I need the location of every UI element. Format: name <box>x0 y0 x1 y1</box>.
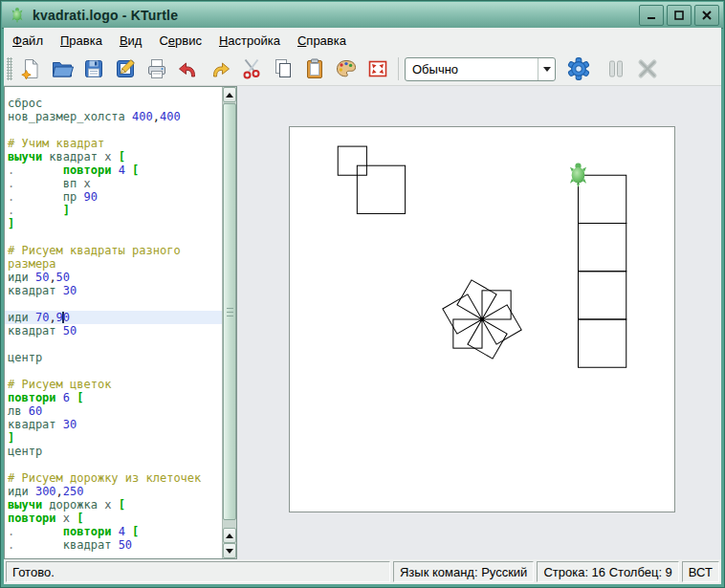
code-line[interactable]: . повтори 4 [ <box>5 525 222 538</box>
copy-button[interactable] <box>270 55 297 82</box>
code-line[interactable] <box>5 338 222 351</box>
code-line[interactable]: повтори 6 [ <box>5 391 222 404</box>
menu-item-2[interactable]: Вид <box>111 31 151 51</box>
code-line[interactable]: иди 50,50 <box>5 271 222 284</box>
flower-petal <box>468 319 507 359</box>
flower-center-dot <box>480 317 484 321</box>
code-line[interactable]: иди 300,250 <box>5 485 222 498</box>
colors-button[interactable] <box>333 55 360 82</box>
run-button[interactable] <box>565 55 592 82</box>
run-gear-icon <box>566 56 591 81</box>
menu-item-4[interactable]: Настройка <box>210 31 289 51</box>
cut-icon <box>240 57 263 80</box>
save-as-icon <box>114 57 137 80</box>
code-line[interactable]: иди 70,90 <box>5 311 222 324</box>
code-line[interactable]: ] <box>5 217 222 230</box>
open-folder-button[interactable] <box>49 55 76 82</box>
toolbar-separator <box>398 57 399 80</box>
code-editor[interactable]: сброснов_размер_холста 400,400 # Учим кв… <box>4 86 237 559</box>
code-line[interactable] <box>5 230 222 244</box>
redo-icon <box>209 57 231 80</box>
code-area[interactable]: сброснов_размер_холста 400,400 # Учим кв… <box>5 87 222 558</box>
arrow-up-icon <box>226 530 233 538</box>
status-message: Готово. <box>6 561 390 582</box>
code-line[interactable] <box>5 123 222 137</box>
status-cursor-position: Строка: 16 Столбец: 9 <box>537 561 678 582</box>
title-bar[interactable]: kvadrati.logo - KTurtle <box>2 2 723 29</box>
chevron-down-icon <box>538 58 555 80</box>
stop-button[interactable] <box>634 55 661 82</box>
redo-button[interactable] <box>207 55 233 82</box>
menu-item-3[interactable]: Сервис <box>150 31 210 51</box>
save-button[interactable] <box>80 55 107 82</box>
arrow-down-icon <box>226 549 233 557</box>
code-line[interactable]: квадрат 30 <box>5 284 222 297</box>
minimize-icon <box>646 10 657 21</box>
scroll-down-button[interactable] <box>223 543 236 558</box>
undo-button[interactable] <box>175 55 202 82</box>
square-shape <box>338 146 366 175</box>
save-icon <box>82 57 105 80</box>
arrow-up-icon <box>226 89 233 98</box>
code-line[interactable]: выучи дорожка x [ <box>5 498 222 512</box>
code-line[interactable]: выучи квадрат x [ <box>5 150 222 163</box>
code-line[interactable]: # Рисуем дорожку из клеточек <box>5 471 222 485</box>
flower-petal <box>443 294 482 334</box>
maximize-icon <box>673 10 685 21</box>
square-shape <box>357 165 405 213</box>
code-line[interactable]: повтори x [ <box>5 512 222 525</box>
code-line[interactable]: # Рисуем цветок <box>5 378 222 391</box>
square-shape <box>579 224 626 272</box>
new-document-button[interactable] <box>17 55 44 82</box>
code-line[interactable] <box>5 297 222 311</box>
code-line[interactable]: # Учим квадрат <box>5 137 222 150</box>
code-line[interactable]: . вп x <box>5 177 222 190</box>
turtle-sprite <box>570 163 586 187</box>
client-area: ФайлПравкаВидСервисНастройкаСправка <box>4 28 721 584</box>
save-as-button[interactable] <box>112 55 139 82</box>
code-line[interactable]: сброс <box>5 97 222 110</box>
code-line[interactable]: . пр 90 <box>5 190 222 204</box>
code-line[interactable]: ] <box>5 431 222 445</box>
workspace: сброснов_размер_холста 400,400 # Учим кв… <box>4 86 721 559</box>
maximize-button[interactable] <box>667 5 692 26</box>
code-line[interactable]: . квадрат 50 <box>5 538 222 552</box>
paste-button[interactable] <box>301 55 328 82</box>
editor-scrollbar[interactable] <box>222 87 236 558</box>
fullscreen-icon <box>366 57 389 80</box>
code-line[interactable]: квадрат 30 <box>5 418 222 431</box>
code-line[interactable] <box>5 364 222 378</box>
code-line[interactable]: квадрат 50 <box>5 324 222 338</box>
canvas-panel <box>243 86 721 559</box>
code-line[interactable]: . ] <box>5 204 222 217</box>
stop-icon <box>636 57 659 80</box>
pause-button[interactable] <box>603 55 629 82</box>
status-insert-mode: ВСТ <box>682 561 719 582</box>
scroll-up-button-bottom[interactable] <box>223 528 236 543</box>
speed-select[interactable]: Обычно <box>405 57 556 81</box>
code-line[interactable]: лв 60 <box>5 404 222 418</box>
scroll-up-button[interactable] <box>223 87 236 102</box>
print-icon <box>145 57 168 80</box>
code-line[interactable]: центр <box>5 445 222 458</box>
code-line[interactable]: . повтори 4 [ <box>5 163 222 177</box>
window-title: kvadrati.logo - KTurtle <box>33 8 178 23</box>
open-folder-icon <box>51 57 74 80</box>
close-button[interactable] <box>694 5 719 26</box>
fullscreen-button[interactable] <box>364 55 391 82</box>
code-line[interactable]: # Рисуем квадраты разного размера <box>5 244 222 271</box>
code-line[interactable]: центр <box>5 351 222 364</box>
cut-button[interactable] <box>238 55 265 82</box>
menu-item-0[interactable]: Файл <box>4 31 52 51</box>
minimize-button[interactable] <box>639 5 664 26</box>
code-line[interactable] <box>5 458 222 471</box>
menu-item-5[interactable]: Справка <box>289 31 355 51</box>
toolbar-handle[interactable] <box>7 57 12 80</box>
print-button[interactable] <box>143 55 170 82</box>
close-icon <box>701 10 713 21</box>
undo-icon <box>177 57 200 80</box>
scrollbar-thumb[interactable] <box>223 103 236 520</box>
turtle-canvas <box>289 126 675 512</box>
code-line[interactable]: нов_размер_холста 400,400 <box>5 110 222 123</box>
menu-item-1[interactable]: Правка <box>52 31 111 51</box>
